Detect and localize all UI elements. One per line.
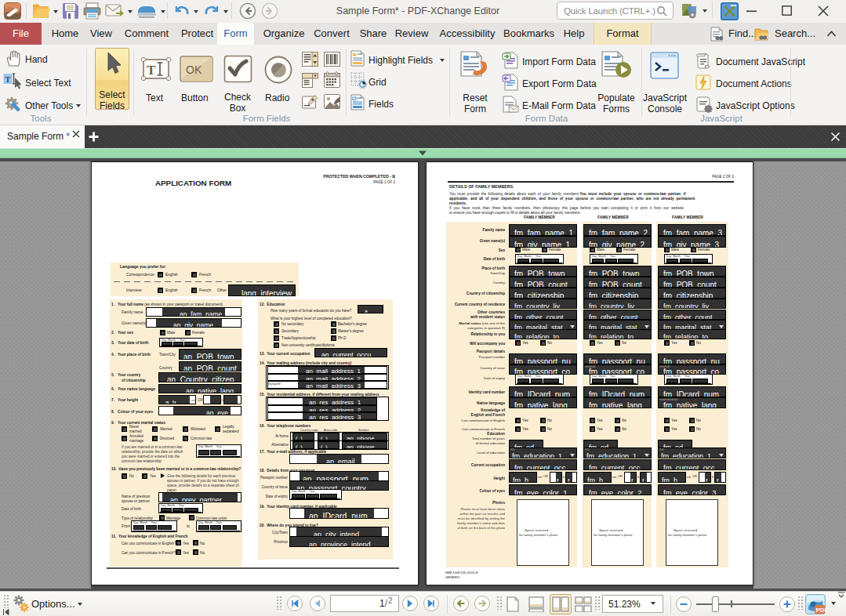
svg-text:T: T — [147, 63, 156, 78]
svg-text:T: T — [5, 74, 11, 84]
svg-text:OK: OK — [186, 63, 202, 76]
svg-text:PDF: PDF — [816, 607, 826, 614]
